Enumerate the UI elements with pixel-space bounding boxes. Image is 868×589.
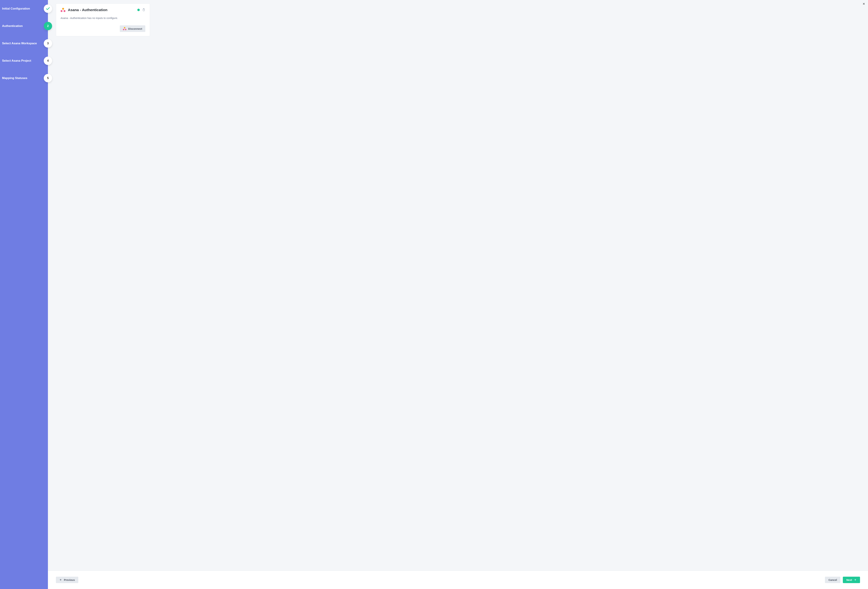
disconnect-button[interactable]: Disconnect bbox=[120, 25, 145, 32]
wizard-step-label: Mapping Statuses bbox=[2, 77, 27, 80]
content-area: Asana - Authentication Asana - Authentic… bbox=[48, 0, 868, 571]
arrow-left-icon bbox=[59, 579, 62, 582]
wizard-step-select-project[interactable]: Select Asana Project 4 bbox=[0, 52, 48, 69]
asana-logo-icon bbox=[123, 27, 126, 30]
asana-logo-icon bbox=[61, 8, 65, 12]
wizard-step-mapping-statuses[interactable]: Mapping Statuses 5 bbox=[0, 69, 48, 87]
authentication-card: Asana - Authentication Asana - Authentic… bbox=[56, 3, 150, 36]
card-body-text: Asana - Authentication has no inputs to … bbox=[61, 16, 145, 19]
previous-button-label: Previous bbox=[64, 579, 75, 582]
wizard-step-label: Select Asana Project bbox=[2, 59, 31, 62]
arrow-right-icon bbox=[854, 579, 856, 582]
card-header: Asana - Authentication bbox=[61, 8, 145, 12]
close-icon bbox=[862, 3, 865, 5]
card-footer: Disconnect bbox=[61, 25, 145, 32]
wizard-step-label: Select Asana Workspace bbox=[2, 42, 37, 45]
next-button-label: Next bbox=[846, 579, 852, 582]
wizard-step-label: Initial Configuration bbox=[2, 7, 30, 10]
disconnect-button-label: Disconnect bbox=[128, 27, 142, 30]
wizard-footer: Previous Cancel Next bbox=[48, 571, 868, 589]
previous-button[interactable]: Previous bbox=[56, 577, 78, 583]
cancel-button[interactable]: Cancel bbox=[825, 577, 840, 583]
cancel-button-label: Cancel bbox=[828, 579, 837, 582]
close-button[interactable] bbox=[862, 2, 865, 6]
wizard-step-authentication[interactable]: Authentication 2 bbox=[0, 17, 48, 35]
status-connected-indicator bbox=[137, 9, 140, 11]
wizard-step-initial-configuration[interactable]: Initial Configuration bbox=[0, 0, 48, 17]
wizard-step-label: Authentication bbox=[2, 24, 23, 28]
main-panel: Asana - Authentication Asana - Authentic… bbox=[48, 0, 868, 589]
card-title: Asana - Authentication bbox=[68, 8, 135, 12]
clipboard-icon[interactable] bbox=[142, 8, 145, 12]
next-button[interactable]: Next bbox=[843, 577, 860, 583]
wizard-sidebar: Initial Configuration Authentication 2 S… bbox=[0, 0, 48, 589]
wizard-step-select-workspace[interactable]: Select Asana Workspace 3 bbox=[0, 35, 48, 52]
